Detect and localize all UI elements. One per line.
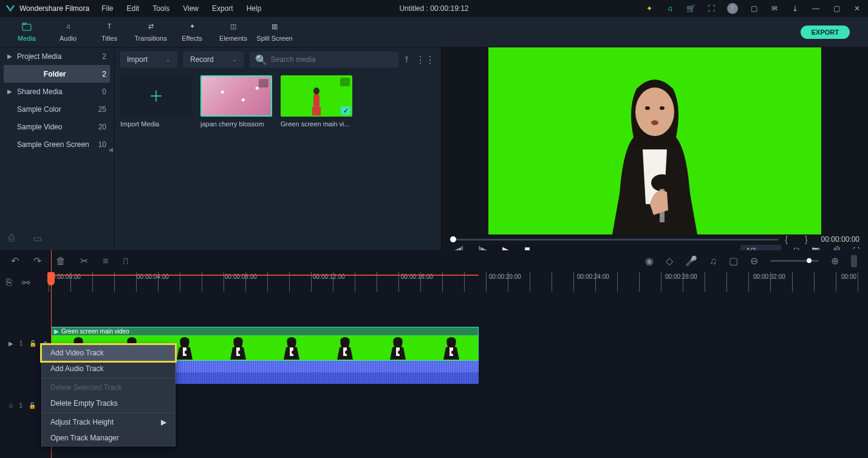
maximize-icon[interactable]: ▢ — [832, 4, 841, 13]
sidebar-item-sample-color[interactable]: Sample Color 25 — [0, 100, 114, 118]
idea-icon[interactable]: ✦ — [644, 4, 654, 13]
main-row: ▶ Project Media 2 Folder 2 ▶ Shared Medi… — [0, 47, 868, 250]
playhead-grip-icon[interactable] — [47, 272, 55, 285]
zoom-out-icon[interactable]: ⊖ — [750, 255, 758, 267]
ruler-time-label: 00:00:32:00 — [753, 273, 785, 280]
undo-icon[interactable]: ↶ — [11, 255, 19, 267]
record-dropdown[interactable]: Record ⌄ — [183, 52, 244, 67]
cart-icon[interactable]: 🛒 — [686, 4, 695, 13]
clip-play-icon: ▶ — [54, 328, 59, 335]
sidebar-bottom-icons: ⎙ ▭ — [9, 233, 42, 244]
media-thumb-cherry[interactable] — [200, 75, 272, 117]
mixer-icon[interactable]: ♫ — [709, 256, 717, 267]
preview-figure — [570, 64, 740, 234]
menu-tools[interactable]: Tools — [152, 4, 169, 13]
music-icon: ♫ — [47, 22, 89, 33]
zoom-slider[interactable] — [770, 260, 819, 262]
video-badge-icon — [259, 79, 268, 87]
sidebar-item-project-media[interactable]: ▶ Project Media 2 — [0, 47, 114, 65]
preview-viewport[interactable] — [442, 47, 868, 234]
svg-point-23 — [238, 350, 242, 354]
render-icon[interactable]: ◉ — [645, 255, 654, 267]
progress-track[interactable] — [450, 239, 779, 241]
media-thumb-greenscreen[interactable]: ✓ — [281, 75, 352, 117]
media-toolbar: Import ⌄ Record ⌄ 🔍 ⫯ ⋮⋮ — [120, 47, 435, 72]
adjust-icon[interactable]: ≡ — [103, 256, 108, 267]
clip-thumb-frame — [372, 335, 425, 360]
media-sidebar: ▶ Project Media 2 Folder 2 ▶ Shared Medi… — [0, 47, 114, 250]
media-thumb-label: Green screen main vi... — [281, 120, 352, 128]
mic-icon[interactable]: 🎤 — [685, 255, 697, 267]
lock-icon[interactable]: 🔓 — [29, 402, 36, 409]
minimize-icon[interactable]: — — [811, 4, 821, 13]
menu-adjust-track-height[interactable]: Adjust Track Height▶ — [42, 414, 175, 430]
menu-delete-empty-tracks[interactable]: Delete Empty Tracks — [42, 395, 175, 411]
check-icon: ✓ — [341, 106, 350, 115]
zoom-knob[interactable] — [807, 258, 812, 263]
redo-icon[interactable]: ↷ — [33, 255, 41, 267]
export-button[interactable]: EXPORT — [801, 26, 850, 39]
tab-effects[interactable]: ✦ Effects — [171, 22, 213, 42]
svg-point-29 — [345, 350, 349, 354]
menu-open-track-manager[interactable]: Open Track Manager — [42, 430, 175, 446]
timeline-settings-icon[interactable] — [851, 255, 857, 267]
download-icon[interactable]: ⤓ — [790, 4, 800, 13]
menu-add-video-track[interactable]: Add Video Track — [42, 345, 175, 361]
submenu-arrow-icon: ▶ — [161, 418, 166, 426]
close-icon[interactable]: ✕ — [852, 4, 862, 13]
folder-icon[interactable]: ▭ — [33, 233, 42, 244]
import-dropdown[interactable]: Import ⌄ — [120, 52, 177, 67]
render-line — [51, 275, 479, 276]
menu-export[interactable]: Export — [212, 4, 233, 13]
timeline-link-icon[interactable]: ⎘ — [6, 277, 12, 289]
zoom-in-icon[interactable]: ⊕ — [831, 255, 839, 267]
audio-sync-icon[interactable]: ⎍ — [123, 256, 129, 267]
mail-icon[interactable]: ✉ — [770, 4, 779, 13]
new-folder-icon[interactable]: ⎙ — [9, 233, 15, 244]
progress-thumb[interactable] — [450, 236, 456, 242]
sidebar-item-shared-media[interactable]: ▶ Shared Media 0 — [0, 83, 114, 100]
menu-file[interactable]: File — [101, 4, 113, 13]
search-input[interactable] — [271, 55, 393, 64]
marker-braces-icon[interactable]: { } — [785, 234, 815, 244]
tab-media[interactable]: Media — [6, 22, 47, 42]
title-bar: Wondershare Filmora File Edit Tools View… — [0, 0, 868, 17]
import-media-tile[interactable] — [120, 75, 192, 117]
svg-point-10 — [651, 174, 673, 191]
marker-icon[interactable]: ◇ — [666, 255, 673, 267]
menu-edit[interactable]: Edit — [127, 4, 140, 13]
chevron-right-icon: ▶ — [7, 53, 17, 60]
grid-view-icon[interactable]: ⋮⋮ — [415, 54, 435, 66]
tab-elements[interactable]: ◫ Elements — [213, 22, 254, 42]
sidebar-item-folder[interactable]: Folder 2 — [4, 65, 110, 83]
menu-add-audio-track[interactable]: Add Audio Track — [42, 361, 175, 377]
tab-titles[interactable]: T Titles — [89, 22, 130, 42]
elements-icon: ◫ — [213, 22, 254, 33]
search-box[interactable]: 🔍 — [250, 52, 398, 67]
sidebar-item-sample-green-screen[interactable]: Sample Green Screen 10 — [0, 135, 114, 153]
gift-icon[interactable]: ⛶ — [706, 4, 716, 13]
avatar-icon[interactable]: T — [727, 3, 738, 14]
tab-split-screen[interactable]: ▥ Split Screen — [254, 22, 295, 42]
filter-icon[interactable]: ⫯ — [405, 54, 409, 66]
svg-rect-0 — [22, 24, 31, 30]
sidebar-item-sample-video[interactable]: Sample Video 20 — [0, 118, 114, 135]
menu-delete-selected-track: Delete Selected Track — [42, 380, 175, 395]
svg-rect-5 — [312, 107, 321, 115]
menu-help[interactable]: Help — [247, 4, 262, 13]
tab-transitions[interactable]: ⇄ Transitions — [130, 22, 171, 42]
svg-point-32 — [398, 350, 402, 354]
cut-icon[interactable]: ✂ — [80, 255, 88, 267]
timeline-chain-icon[interactable]: ⚯ — [22, 277, 30, 289]
collapse-sidebar-icon[interactable]: ◀ — [108, 146, 113, 154]
audio-track-icon: ♫ — [9, 402, 13, 409]
delete-icon[interactable]: 🗑 — [56, 256, 66, 267]
tab-audio[interactable]: ♫ Audio — [47, 22, 89, 42]
ruler-time-label: 00:00:20:00 — [489, 273, 521, 280]
app-logo-icon — [6, 4, 15, 13]
menu-view[interactable]: View — [183, 4, 199, 13]
crop-icon[interactable]: ▢ — [729, 255, 738, 267]
lock-icon[interactable]: 🔓 — [29, 340, 36, 347]
save-icon[interactable]: ▢ — [749, 4, 759, 13]
headphones-icon[interactable]: ♫ — [665, 4, 675, 13]
